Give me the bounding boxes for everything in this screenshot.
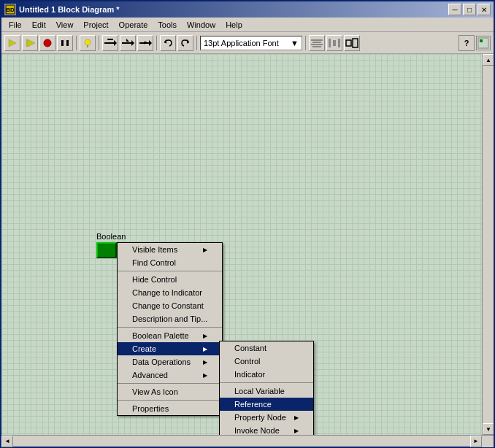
step-out-button[interactable] <box>137 35 153 51</box>
svg-rect-25 <box>329 39 331 47</box>
scroll-left-button[interactable]: ◄ <box>1 436 13 447</box>
ctx-advanced[interactable]: Advanced ▶ <box>118 368 222 382</box>
toolbar-sep4 <box>196 36 197 50</box>
vertical-scrollbar: ▲ ▼ <box>482 54 494 435</box>
align-button[interactable] <box>309 35 325 51</box>
svg-rect-9 <box>87 45 88 47</box>
svg-marker-4 <box>28 39 35 47</box>
canvas[interactable]: Boolean Visible Items ▶ Find Control Hid… <box>1 54 482 435</box>
svg-marker-2 <box>9 39 16 47</box>
menu-help[interactable]: Help <box>221 19 247 31</box>
content-area: Boolean Visible Items ▶ Find Control Hid… <box>1 54 494 435</box>
svg-marker-17 <box>149 40 152 46</box>
svg-rect-31 <box>480 39 483 42</box>
sub-invoke-node[interactable]: Invoke Node ▶ <box>220 424 313 435</box>
menu-view[interactable]: View <box>52 19 78 31</box>
svg-rect-12 <box>107 39 113 40</box>
toolbar-sep3 <box>156 36 157 50</box>
ctx-sep1 <box>118 271 222 271</box>
svg-rect-28 <box>346 40 351 46</box>
sub-indicator[interactable]: Indicator <box>220 368 313 381</box>
font-label: 13pt Application Font <box>204 39 279 47</box>
title-bar-left: BD Untitled 1 Block Diagram * <box>4 4 120 15</box>
main-window: BD Untitled 1 Block Diagram * ─ □ ✕ File… <box>0 0 495 448</box>
minimize-button[interactable]: ─ <box>448 4 461 15</box>
abort-button[interactable] <box>39 35 55 51</box>
distribute-button[interactable] <box>326 35 342 51</box>
redo-button[interactable] <box>177 35 193 51</box>
sub-sep1 <box>220 382 313 383</box>
svg-marker-19 <box>164 39 166 44</box>
svg-rect-24 <box>312 46 321 47</box>
menu-edit[interactable]: Edit <box>28 19 50 31</box>
svg-text:BD: BD <box>6 7 15 13</box>
svg-marker-14 <box>131 40 134 46</box>
ctx-change-constant[interactable]: Change to Constant <box>118 299 222 312</box>
ctx-find-control[interactable]: Find Control <box>118 256 222 269</box>
svg-rect-7 <box>66 40 69 46</box>
sub-reference[interactable]: Reference <box>220 398 313 411</box>
ctx-view-as-icon[interactable]: View As Icon <box>118 385 222 398</box>
ctx-change-indicator[interactable]: Change to Indicator <box>118 286 222 299</box>
run-arrow-button[interactable] <box>4 35 20 51</box>
visible-items-arrow: ▶ <box>203 247 207 253</box>
close-button[interactable]: ✕ <box>477 4 491 15</box>
ctx-properties[interactable]: Properties <box>118 402 222 415</box>
data-operations-arrow: ▶ <box>203 359 207 366</box>
run-continuously-button[interactable] <box>22 35 38 51</box>
menu-window[interactable]: Window <box>183 19 220 31</box>
ctx-create[interactable]: Create ▶ <box>118 342 222 355</box>
scroll-down-button[interactable]: ▼ <box>483 423 494 435</box>
resize-button[interactable] <box>344 35 360 51</box>
toolbar-sep2 <box>99 36 99 50</box>
ctx-sep4 <box>118 400 222 401</box>
menu-operate[interactable]: Operate <box>115 19 153 31</box>
ctx-data-operations[interactable]: Data Operations ▶ <box>118 355 222 368</box>
horizontal-scrollbar: ◄ ► <box>1 436 482 447</box>
svg-rect-27 <box>338 39 340 47</box>
ctx-boolean-palette[interactable]: Boolean Palette ▶ <box>118 329 222 342</box>
svg-marker-15 <box>126 39 129 42</box>
toolbar: 13pt Application Font ▼ ? <box>1 32 494 54</box>
property-node-arrow: ▶ <box>294 414 299 421</box>
svg-rect-26 <box>333 40 336 46</box>
pause-button[interactable] <box>57 35 73 51</box>
sub-property-node[interactable]: Property Node ▶ <box>220 411 313 424</box>
boolean-label: Boolean <box>96 232 126 241</box>
ctx-hide-control[interactable]: Hide Control <box>118 273 222 286</box>
invoke-node-arrow: ▶ <box>294 428 299 434</box>
create-arrow: ▶ <box>203 346 207 352</box>
scroll-track-v[interactable] <box>483 66 494 423</box>
font-dropdown[interactable]: 13pt Application Font ▼ <box>200 36 302 50</box>
menu-project[interactable]: Project <box>79 19 112 31</box>
scroll-right-button[interactable]: ► <box>470 436 482 447</box>
sub-control[interactable]: Control <box>220 355 313 368</box>
menu-tools[interactable]: Tools <box>153 19 181 31</box>
font-arrow: ▼ <box>291 39 299 47</box>
extra-panel-button[interactable] <box>476 36 491 50</box>
toolbar-sep5 <box>305 36 306 50</box>
create-submenu: Constant Control Indicator Local Variabl… <box>219 341 314 435</box>
window-icon: BD <box>4 4 16 15</box>
menu-bar: File Edit View Project Operate Tools Win… <box>1 18 494 32</box>
svg-marker-11 <box>114 40 117 46</box>
svg-point-5 <box>44 39 51 47</box>
maximize-button[interactable]: □ <box>463 4 476 15</box>
ctx-sep2 <box>118 327 222 328</box>
menu-file[interactable]: File <box>4 19 26 31</box>
ctx-description[interactable]: Description and Tip... <box>118 312 222 325</box>
scrollbar-corner <box>482 436 494 447</box>
sub-local-variable[interactable]: Local Variable <box>220 385 313 398</box>
step-into-button[interactable] <box>120 35 136 51</box>
svg-rect-21 <box>311 39 323 41</box>
scroll-up-button[interactable]: ▲ <box>483 54 494 66</box>
step-over-button[interactable] <box>102 35 118 51</box>
sub-constant[interactable]: Constant <box>220 341 313 355</box>
svg-rect-6 <box>61 40 64 46</box>
ctx-visible-items[interactable]: Visible Items ▶ <box>118 243 222 256</box>
svg-rect-23 <box>311 44 323 45</box>
boolean-box[interactable] <box>96 242 117 258</box>
undo-button[interactable] <box>160 35 176 51</box>
help-button[interactable]: ? <box>458 35 475 51</box>
highlight-button[interactable] <box>80 35 96 51</box>
